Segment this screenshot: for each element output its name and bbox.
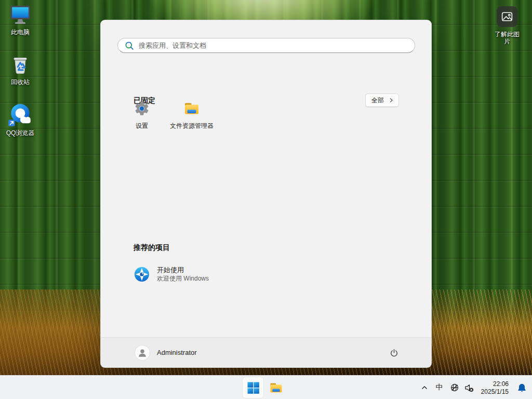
start-button[interactable]	[243, 377, 263, 398]
learn-about-picture-button[interactable]: 了解此图片	[492, 6, 522, 45]
picture-info-icon	[497, 6, 517, 27]
avatar	[135, 345, 150, 360]
settings-gear-icon	[134, 100, 150, 117]
desktop-icon-qq-browser[interactable]: QQ浏览器	[1, 102, 40, 137]
start-menu-footer: Administrator	[101, 337, 431, 367]
recommended-section-title: 推荐的项目	[134, 243, 170, 252]
ime-indicator[interactable]: 中	[432, 379, 447, 396]
pinned-apps-grid: 设置 文件资源管理器	[117, 98, 217, 143]
search-icon	[125, 41, 134, 50]
this-pc-icon	[8, 3, 32, 27]
desktop-icon-label: 此电脑	[1, 29, 40, 36]
taskbar-clock[interactable]: 22:06 2025/1/15	[476, 379, 513, 396]
file-explorer-icon	[269, 381, 283, 395]
user-profile-button[interactable]: Administrator	[130, 343, 202, 363]
all-button-label: 全部	[371, 96, 384, 105]
recommended-item-title: 开始使用	[157, 266, 209, 274]
start-menu: 已固定 全部 设置 文件资源管理器	[100, 20, 432, 368]
clock-time: 22:06	[481, 380, 509, 388]
network-offline-icon[interactable]	[447, 379, 462, 396]
tray-overflow-button[interactable]	[417, 379, 432, 396]
file-explorer-icon	[183, 100, 200, 117]
learn-picture-label: 了解此图片	[492, 31, 522, 45]
desktop-icon-label: 回收站	[1, 78, 40, 86]
chevron-up-icon	[421, 384, 428, 391]
system-tray: 中 22:06 2025/1/15	[417, 376, 530, 399]
power-button[interactable]	[385, 344, 403, 362]
pinned-app-file-explorer[interactable]: 文件资源管理器	[167, 98, 217, 143]
windows-logo-icon	[247, 382, 259, 394]
taskbar: 中 22:06 2025/1/15	[0, 375, 532, 399]
qq-browser-icon	[7, 102, 33, 128]
recommended-item-subtitle: 欢迎使用 Windows	[157, 275, 209, 283]
taskbar-center	[243, 377, 286, 398]
pinned-app-settings[interactable]: 设置	[117, 98, 167, 143]
globe-slash-icon	[450, 383, 459, 392]
chevron-right-icon	[389, 98, 394, 103]
power-icon	[389, 348, 399, 358]
notification-bell-icon	[517, 383, 527, 393]
desktop-icon-this-pc[interactable]: 此电脑	[1, 3, 40, 36]
get-started-icon	[134, 266, 150, 283]
pinned-app-label: 文件资源管理器	[170, 122, 214, 130]
volume-muted-icon[interactable]	[462, 379, 476, 396]
notification-bell-button[interactable]	[513, 379, 530, 396]
person-icon	[137, 347, 148, 358]
recommended-item-get-started[interactable]: 开始使用 欢迎使用 Windows	[125, 262, 281, 287]
user-name: Administrator	[157, 349, 197, 356]
desktop-icon-label: QQ浏览器	[1, 129, 40, 137]
desktop-icon-recycle-bin[interactable]: 回收站	[1, 53, 40, 86]
pinned-all-button[interactable]: 全部	[365, 94, 399, 107]
search-box[interactable]	[117, 38, 415, 53]
taskbar-file-explorer-button[interactable]	[265, 377, 286, 398]
search-input[interactable]	[139, 42, 409, 49]
recycle-bin-icon	[8, 53, 32, 77]
pinned-app-label: 设置	[136, 122, 148, 130]
speaker-mute-icon	[464, 383, 474, 393]
clock-date: 2025/1/15	[481, 388, 509, 396]
